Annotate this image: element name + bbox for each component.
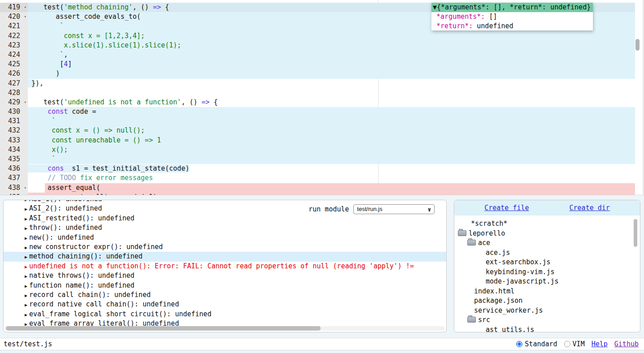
test-result-row[interactable]: ▶undefined is not a function(): Error: F… [4,262,446,271]
file-tree-item[interactable]: package.json [454,296,640,306]
line-number[interactable]: 425 [0,60,28,69]
code-line[interactable]: 427}), [0,79,644,88]
file-tree-item[interactable]: keybinding-vim.js [454,267,640,277]
code-line[interactable]: 423 x.slice(1).slice(1).slice(1); [0,41,644,50]
line-number[interactable]: 430 [0,107,28,116]
line-number[interactable]: 426 [0,69,28,78]
editor-lines[interactable]: 419▾ test('method chaining', () => {420▾… [0,3,644,195]
file-tree-folder[interactable]: src [454,315,640,325]
line-number[interactable]: 429▾ [0,98,28,107]
code-line-content[interactable] [28,88,635,98]
expand-arrow-icon[interactable]: ▶ [25,302,27,307]
file-tree-item[interactable]: ext-searchbox.js [454,258,640,267]
code-line-content[interactable]: const unreachable = () => 1 [28,136,635,145]
line-number[interactable]: 433 [0,136,28,145]
line-number[interactable]: 435 [0,155,28,164]
code-line-content[interactable]: const x = [1,2,3,4]; [28,31,635,41]
fold-arrow-icon[interactable]: ▾ [24,98,26,107]
test-result-row[interactable]: ▶record call chain(): undefined [4,290,446,300]
code-line[interactable]: 435 ` [0,155,644,164]
code-line-content[interactable]: const s1 = test_initial_state(code) [28,164,635,173]
line-number[interactable]: 422 [0,31,28,41]
test-result-row[interactable]: ▶new(): undefined [4,233,446,242]
github-link[interactable]: Github [614,340,639,348]
line-number[interactable]: 421 [0,22,28,31]
line-number[interactable]: 432 [0,126,28,135]
code-line[interactable]: 437 // TODO fix error messages [0,173,644,183]
expand-arrow-icon[interactable]: ▶ [25,293,27,298]
expand-arrow-icon[interactable]: ▶ [25,245,27,250]
radio-vim-icon[interactable] [564,341,570,347]
code-line[interactable]: 439 assert_calltree_node(s1) [0,193,644,195]
radio-standard-icon[interactable] [516,341,522,347]
file-tree-folder[interactable]: leporello [454,229,640,239]
run-module-select[interactable]: test/run.js ∨ [353,204,435,214]
file-tree-item[interactable]: mode-javascript.js [454,277,640,287]
expand-arrow-icon[interactable]: ▶ [25,200,27,202]
line-number[interactable]: 419▾ [0,3,28,12]
expand-arrow-icon[interactable]: ▶ [25,226,27,231]
code-line[interactable]: 428 [0,88,644,98]
expand-arrow-icon[interactable]: ▶ [25,216,27,221]
expand-arrow-icon[interactable]: ▶ [25,236,27,241]
code-line-content[interactable]: assert_calltree_node(s1) [28,193,635,195]
keybinding-vim-option[interactable]: VIM [564,340,585,348]
test-result-row[interactable]: ▶throw(): undefined [4,223,446,232]
line-number[interactable]: 439 [0,193,28,195]
line-number[interactable]: 424 [0,50,28,60]
line-number[interactable]: 434 [0,145,28,155]
line-number[interactable]: 427 [0,79,28,88]
expand-arrow-icon[interactable]: ▶ [25,207,27,211]
line-number[interactable]: 438▾ [0,183,28,193]
value-inspector-popup[interactable]: ▼{*arguments*: [], *return*: undefined} … [431,3,593,30]
results-horizontal-scrollbar-thumb[interactable] [6,326,321,331]
create-file-link[interactable]: Create file [484,204,529,212]
file-tree-item[interactable]: ast_utils.js [454,325,640,332]
code-line-content[interactable]: `, [28,50,635,60]
code-line-content[interactable]: const x = () => null(); [28,126,635,135]
expand-arrow-icon[interactable]: ▶ [25,284,27,288]
expand-arrow-icon[interactable]: ▶ [25,274,27,279]
line-number[interactable]: 420▾ [0,12,28,22]
keybinding-standard-option[interactable]: Standard [516,340,557,348]
file-tree-item[interactable]: *scratch* [454,219,640,229]
test-result-row[interactable]: ▶function name(): undefined [4,281,446,290]
line-number[interactable]: 437 [0,173,28,183]
test-result-row[interactable]: ▶eval_frame logical short circuit(): und… [4,310,446,319]
create-dir-link[interactable]: Create dir [570,204,610,212]
line-number[interactable]: 431 [0,116,28,126]
test-result-row[interactable]: ▶method chaining(): undefined [4,252,446,261]
files-vertical-scrollbar-thumb[interactable] [634,219,637,247]
code-line[interactable]: 433 const unreachable = () => 1 [0,136,644,145]
code-editor[interactable]: 419▾ test('method chaining', () => {420▾… [0,0,644,195]
test-results-list[interactable]: ▶ASI_1(): undefined▶ASI_2(): undefined▶A… [4,200,446,328]
code-line-content[interactable]: }), [28,79,635,88]
line-number[interactable]: 423 [0,41,28,50]
file-tree-list[interactable]: *scratch*leporelloaceace.jsext-searchbox… [454,215,640,332]
code-line-content[interactable]: ` [28,155,635,164]
test-result-row[interactable]: ▶record native call chain(): undefined [4,300,446,309]
test-result-row[interactable]: ▶new constructor expr(): undefined [4,242,446,252]
file-tree-item[interactable]: service_worker.js [454,306,640,316]
code-line[interactable]: 432 const x = () => null(); [0,126,644,135]
code-line-content[interactable]: x(); [28,145,635,155]
file-tree-item[interactable]: index.html [454,287,640,297]
code-line[interactable]: 436 const s1 = test_initial_state(code) [0,164,644,173]
test-result-row[interactable]: ▶ASI_1(): undefined [4,200,446,204]
code-line-content[interactable]: ` [28,116,635,126]
fold-arrow-icon[interactable]: ▾ [24,12,26,22]
code-line-content[interactable]: // TODO fix error messages [28,173,635,183]
line-number[interactable]: 436 [0,164,28,173]
code-line[interactable]: 422 const x = [1,2,3,4]; [0,31,644,41]
code-line-content[interactable]: const code = [28,107,635,116]
test-result-row[interactable]: ▶native throws(): undefined [4,271,446,280]
code-line-content[interactable]: assert_equal( [28,183,635,193]
code-line-content[interactable]: ) [28,69,635,78]
file-tree-item[interactable]: ace.js [454,248,640,258]
code-line-content[interactable]: x.slice(1).slice(1).slice(1); [28,41,635,50]
expand-arrow-icon[interactable]: ▶ [25,312,27,317]
code-line-content[interactable]: test('undefined is not a function', () =… [28,98,635,107]
code-line[interactable]: 434 x(); [0,145,644,155]
code-line[interactable]: 429▾ test('undefined is not a function',… [0,98,644,107]
editor-vertical-scrollbar-thumb[interactable] [635,39,640,51]
